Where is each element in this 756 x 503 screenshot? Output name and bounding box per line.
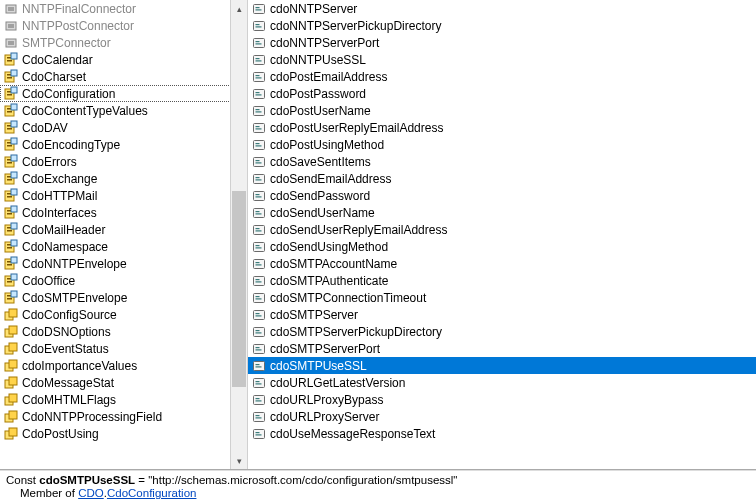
- class-item[interactable]: CdoConfigSource: [0, 306, 247, 323]
- class-item[interactable]: CdoHTTPMail: [0, 187, 247, 204]
- svg-rect-115: [254, 191, 265, 200]
- left-scrollbar[interactable]: ▴ ▾: [230, 0, 247, 469]
- class-item-label: NNTPPostConnector: [22, 19, 244, 33]
- class-item[interactable]: NNTPPostConnector: [0, 17, 247, 34]
- member-item[interactable]: cdoURLProxyBypass: [248, 391, 756, 408]
- svg-rect-12: [7, 77, 12, 79]
- class-item[interactable]: CdoContentTypeValues: [0, 102, 247, 119]
- library-link[interactable]: CDO: [78, 487, 104, 499]
- svg-rect-83: [256, 7, 260, 8]
- svg-rect-16: [7, 94, 12, 96]
- svg-rect-28: [7, 145, 12, 147]
- enum-icon: [3, 409, 19, 425]
- module-icon: [3, 18, 19, 34]
- svg-rect-116: [256, 194, 260, 195]
- class-item[interactable]: CdoCalendar: [0, 51, 247, 68]
- member-item-label: cdoSMTPConnectionTimeout: [270, 291, 753, 305]
- svg-rect-92: [256, 58, 260, 59]
- enum-icon: [3, 86, 19, 102]
- class-item[interactable]: CdoErrors: [0, 153, 247, 170]
- class-item-label: CdoDAV: [22, 121, 244, 135]
- class-item[interactable]: CdoMessageStat: [0, 374, 247, 391]
- class-item[interactable]: CdoInterfaces: [0, 204, 247, 221]
- member-item[interactable]: cdoSMTPUseSSL: [248, 357, 756, 374]
- member-item[interactable]: cdoPostUserName: [248, 102, 756, 119]
- class-item[interactable]: CdoSMTPEnvelope: [0, 289, 247, 306]
- class-item[interactable]: CdoMailHeader: [0, 221, 247, 238]
- scroll-track[interactable]: [231, 17, 247, 452]
- class-item-label: CdoConfigSource: [22, 308, 244, 322]
- member-item[interactable]: cdoSendEmailAddress: [248, 170, 756, 187]
- member-of-prefix: Member of: [20, 487, 78, 499]
- constant-icon: [251, 222, 267, 238]
- member-item[interactable]: cdoNNTPServerPort: [248, 34, 756, 51]
- scroll-up-button[interactable]: ▴: [231, 0, 247, 17]
- constant-icon: [251, 239, 267, 255]
- enum-icon: [3, 69, 19, 85]
- class-item[interactable]: NNTPFinalConnector: [0, 0, 247, 17]
- member-item[interactable]: cdoSendPassword: [248, 187, 756, 204]
- class-item[interactable]: CdoMHTMLFlags: [0, 391, 247, 408]
- class-item[interactable]: CdoNNTPProcessingField: [0, 408, 247, 425]
- svg-rect-93: [256, 60, 262, 61]
- members-list[interactable]: cdoNNTPServercdoNNTPServerPickupDirector…: [248, 0, 756, 469]
- class-item-label: CdoHTTPMail: [22, 189, 244, 203]
- member-item[interactable]: cdoUseMessageResponseText: [248, 425, 756, 442]
- class-item[interactable]: CdoNNTPEnvelope: [0, 255, 247, 272]
- class-item[interactable]: CdoNamespace: [0, 238, 247, 255]
- const-keyword: Const: [6, 474, 39, 486]
- svg-rect-103: [254, 123, 265, 132]
- member-item[interactable]: cdoPostUserReplyEmailAddress: [248, 119, 756, 136]
- enum-icon: [3, 341, 19, 357]
- class-item[interactable]: CdoPostUsing: [0, 425, 247, 442]
- classes-list[interactable]: NNTPFinalConnectorNNTPPostConnectorSMTPC…: [0, 0, 247, 469]
- class-link[interactable]: CdoConfiguration: [107, 487, 197, 499]
- class-item[interactable]: CdoConfiguration: [0, 85, 247, 102]
- member-item[interactable]: cdoSMTPAccountName: [248, 255, 756, 272]
- member-item[interactable]: cdoSendUserName: [248, 204, 756, 221]
- member-item[interactable]: cdoSMTPConnectionTimeout: [248, 289, 756, 306]
- member-item-label: cdoSendEmailAddress: [270, 172, 753, 186]
- enum-icon: [3, 154, 19, 170]
- svg-rect-53: [11, 240, 17, 246]
- class-item[interactable]: CdoDSNOptions: [0, 323, 247, 340]
- class-item[interactable]: CdoExchange: [0, 170, 247, 187]
- svg-rect-1: [8, 7, 14, 11]
- svg-rect-77: [9, 394, 17, 402]
- svg-rect-82: [254, 4, 265, 13]
- svg-rect-104: [256, 126, 260, 127]
- class-item[interactable]: CdoEventStatus: [0, 340, 247, 357]
- svg-rect-147: [256, 366, 262, 367]
- svg-rect-113: [256, 177, 260, 178]
- member-item[interactable]: cdoSMTPAuthenticate: [248, 272, 756, 289]
- member-item[interactable]: cdoSaveSentItems: [248, 153, 756, 170]
- member-item[interactable]: cdoSMTPServerPort: [248, 340, 756, 357]
- member-item[interactable]: cdoNNTPUseSSL: [248, 51, 756, 68]
- member-item[interactable]: cdoSMTPServerPickupDirectory: [248, 323, 756, 340]
- member-item[interactable]: cdoPostUsingMethod: [248, 136, 756, 153]
- svg-rect-155: [256, 415, 260, 416]
- class-item[interactable]: CdoDAV: [0, 119, 247, 136]
- member-item[interactable]: cdoURLProxyServer: [248, 408, 756, 425]
- member-item[interactable]: cdoSendUserReplyEmailAddress: [248, 221, 756, 238]
- scroll-down-button[interactable]: ▾: [231, 452, 247, 469]
- class-item-label: CdoMessageStat: [22, 376, 244, 390]
- member-item[interactable]: cdoPostPassword: [248, 85, 756, 102]
- class-item[interactable]: CdoCharset: [0, 68, 247, 85]
- member-item[interactable]: cdoPostEmailAddress: [248, 68, 756, 85]
- member-item[interactable]: cdoSMTPServer: [248, 306, 756, 323]
- member-item[interactable]: cdoSendUsingMethod: [248, 238, 756, 255]
- member-item[interactable]: cdoURLGetLatestVersion: [248, 374, 756, 391]
- svg-rect-102: [256, 111, 262, 112]
- class-item-label: CdoErrors: [22, 155, 244, 169]
- class-item[interactable]: cdoImportanceValues: [0, 357, 247, 374]
- svg-rect-135: [256, 298, 262, 299]
- class-item[interactable]: CdoEncodingType: [0, 136, 247, 153]
- member-item[interactable]: cdoNNTPServer: [248, 0, 756, 17]
- class-item[interactable]: CdoOffice: [0, 272, 247, 289]
- member-item[interactable]: cdoNNTPServerPickupDirectory: [248, 17, 756, 34]
- svg-rect-84: [256, 9, 262, 10]
- scroll-thumb[interactable]: [232, 191, 246, 387]
- class-item[interactable]: SMTPConnector: [0, 34, 247, 51]
- module-icon: [3, 1, 19, 17]
